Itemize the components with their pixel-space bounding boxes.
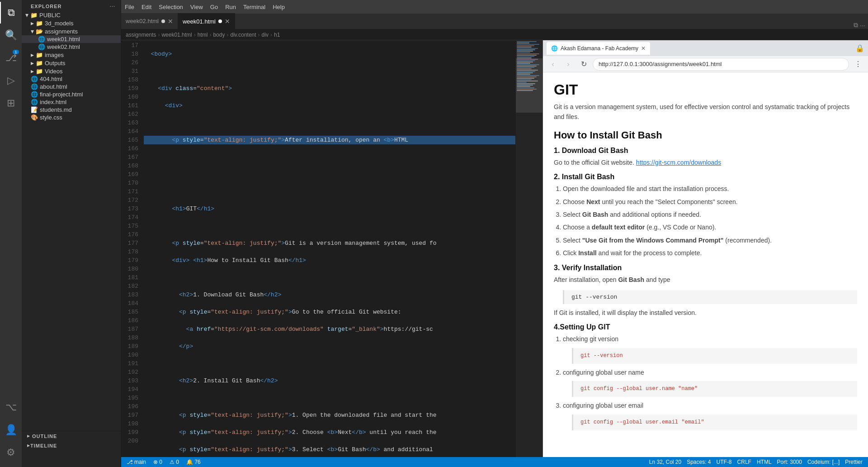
settings-icon[interactable]: ⚙ <box>0 442 22 463</box>
preview-sub1-text: Go to the official Git website. https://… <box>554 157 857 167</box>
status-spaces[interactable]: Spaces: 4 <box>685 459 712 465</box>
sidebar-item-public[interactable]: ▾ 📁 PUBLIC <box>22 11 121 19</box>
run-debug-icon[interactable]: ▷ <box>0 70 22 91</box>
tab-week01-label: week01.html <box>183 18 216 25</box>
breadcrumb-body[interactable]: body <box>213 32 225 38</box>
tab-week02-label: week02.html <box>126 18 159 24</box>
browser-tab[interactable]: 🌐 Akash Edamana - Fab Academy ✕ <box>547 42 650 55</box>
breadcrumb-div-content[interactable]: div.content <box>230 32 256 38</box>
sidebar-item-week02[interactable]: 🌐 week02.html <box>22 43 121 51</box>
menu-edit[interactable]: Edit <box>138 0 155 14</box>
tab-week01[interactable]: week01.html ✕ <box>178 13 235 29</box>
extensions-icon[interactable]: ⊞ <box>0 92 22 114</box>
menu-run[interactable]: Run <box>222 0 240 14</box>
file-tree: ▾ 📁 PUBLIC ▸ 📁 3d_models ▾ 📂 assignments… <box>22 11 121 431</box>
tab-week01-close[interactable]: ✕ <box>225 18 230 25</box>
browser-refresh-button[interactable]: ↻ <box>577 58 590 71</box>
sidebar-header: EXPLORER ··· <box>22 0 121 11</box>
breadcrumb-assignments[interactable]: assignments <box>126 32 156 38</box>
breadcrumb-div[interactable]: div <box>262 32 269 38</box>
outline-toggle[interactable]: ▸ OUTLINE <box>22 431 121 441</box>
status-warnings[interactable]: ⚠ 0 <box>168 459 181 465</box>
sidebar-menu-icon[interactable]: ··· <box>110 4 115 9</box>
status-port[interactable]: Port: 3000 <box>775 459 804 465</box>
search-icon[interactable]: 🔍 <box>0 24 22 46</box>
source-control-icon[interactable]: ⎇ 1 <box>0 47 22 69</box>
html-file-icon: 🌐 <box>31 99 38 105</box>
sidebar-item-3dmodels[interactable]: ▸ 📁 3d_models <box>22 19 121 27</box>
status-cursor[interactable]: Ln 32, Col 20 <box>647 459 683 465</box>
sidebar-item-images[interactable]: ▸ 📁 images <box>22 51 121 59</box>
sidebar-item-final-project[interactable]: 🌐 final-project.html <box>22 91 121 98</box>
breadcrumb-h1[interactable]: h1 <box>274 32 280 38</box>
browser-lock-icon[interactable]: 🔒 <box>855 44 864 52</box>
status-line-ending[interactable]: CRLF <box>736 459 753 465</box>
sidebar-item-about[interactable]: 🌐 about.html <box>22 83 121 91</box>
browser-favicon: 🌐 <box>551 45 558 52</box>
chevron-down-icon: ▾ <box>25 11 28 19</box>
browser-preview-panel: 🌐 Akash Edamana - Fab Academy ✕ 🔒 ‹ › ↻ … <box>542 40 868 457</box>
code-lines[interactable]: <body> <div class="content"> <div> <p st… <box>144 40 515 457</box>
list-item: Choose a default text editor (e.g., VS C… <box>563 222 857 232</box>
sidebar-item-style[interactable]: 🎨 style.css <box>22 114 121 121</box>
git-branch-icon: ⎇ <box>127 459 133 465</box>
html-file-icon: 🌐 <box>31 91 38 98</box>
status-encoding[interactable]: UTF-8 <box>715 459 734 465</box>
status-prettier[interactable]: Prettier <box>843 459 864 465</box>
sidebar-item-videos[interactable]: ▸ 📁 Videos <box>22 67 121 75</box>
status-language[interactable]: HTML <box>755 459 774 465</box>
list-item: Choose Next until you reach the "Select … <box>563 197 857 207</box>
preview-section1-heading: How to Install Git Bash <box>554 129 857 141</box>
menu-terminal[interactable]: Terminal <box>240 0 269 14</box>
browser-window-controls: 🔒 <box>855 44 864 52</box>
sidebar-item-students[interactable]: 📝 students.md <box>22 106 121 114</box>
html-file-icon: 🌐 <box>31 76 38 82</box>
menu-selection[interactable]: Selection <box>155 0 186 14</box>
browser-forward-button[interactable]: › <box>562 58 575 71</box>
timeline-toggle[interactable]: ▸ TIMELINE <box>22 441 121 450</box>
minimap-viewport[interactable] <box>516 58 542 113</box>
status-errors[interactable]: ⊗ 0 <box>151 459 164 465</box>
address-bar[interactable]: http://127.0.0.1:3000/assignments/week01… <box>593 58 849 71</box>
browser-toolbar: ‹ › ↻ http://127.0.0.1:3000/assignments/… <box>543 56 868 72</box>
sidebar-item-index[interactable]: 🌐 index.html <box>22 98 121 106</box>
menu-file[interactable]: File <box>121 0 138 14</box>
folder-icon: 📁 <box>36 52 43 58</box>
sidebar-item-404[interactable]: 🌐 404.html <box>22 75 121 83</box>
status-codeium[interactable]: Codeium: [...] <box>806 459 841 465</box>
code-editor[interactable]: 17182631 158159160161162 163164165166167… <box>121 40 515 457</box>
sidebar-item-week01[interactable]: 🌐 week01.html <box>22 35 121 43</box>
tab-week01-modified <box>218 19 222 23</box>
account-icon[interactable]: 👤 <box>0 419 22 441</box>
status-notifications[interactable]: 🔔 76 <box>184 459 203 465</box>
browser-content: GIT Git is a version management system, … <box>543 72 868 457</box>
preview-sub1-heading: 1. Download Git Bash <box>554 147 857 155</box>
menu-go[interactable]: Go <box>207 0 222 14</box>
split-editor-icon[interactable]: ⧉ <box>854 21 858 29</box>
public-label: PUBLIC <box>39 12 61 19</box>
tab-week02-close[interactable]: ✕ <box>168 18 173 25</box>
sidebar-item-assignments[interactable]: ▾ 📂 assignments <box>22 27 121 35</box>
list-item: Select Git Bash and additional options i… <box>563 210 857 219</box>
minimap <box>515 40 542 457</box>
list-item: configuring global user email git config… <box>563 400 857 430</box>
menu-help[interactable]: Help <box>269 0 288 14</box>
browser-more-button[interactable]: ⋮ <box>852 58 864 71</box>
files-icon[interactable]: ⧉ <box>0 2 22 24</box>
remote-icon[interactable]: ⌥ <box>0 396 22 418</box>
menu-view[interactable]: View <box>187 0 207 14</box>
breadcrumb-week01[interactable]: week01.html <box>161 32 192 38</box>
more-actions-icon[interactable]: ··· <box>860 22 865 29</box>
list-item: Select "Use Git from the Windows Command… <box>563 235 857 245</box>
md-file-icon: 📝 <box>31 106 38 113</box>
tab-week02[interactable]: week02.html ✕ <box>121 13 178 29</box>
chevron-right-icon: ▸ <box>31 59 34 67</box>
editor-container: 17182631 158159160161162 163164165166167… <box>121 40 542 457</box>
status-git-branch[interactable]: ⎇ main <box>125 459 148 465</box>
browser-back-button[interactable]: ‹ <box>547 58 559 71</box>
breadcrumb-html[interactable]: html <box>198 32 208 38</box>
git-download-link[interactable]: https://git-scm.com/downloads <box>636 159 721 166</box>
preview-intro: Git is a version management system, used… <box>554 102 857 122</box>
browser-tab-close[interactable]: ✕ <box>641 45 646 52</box>
sidebar-item-outputs[interactable]: ▸ 📁 Outputs <box>22 59 121 67</box>
